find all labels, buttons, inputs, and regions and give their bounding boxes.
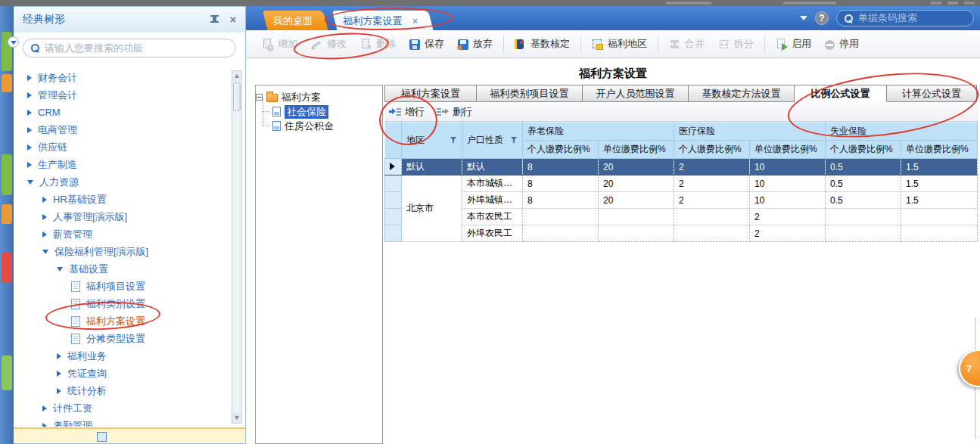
barcode-search-input[interactable]: 单据条码搜索	[836, 10, 974, 26]
dock-item-fragment[interactable]	[2, 74, 12, 92]
table-row[interactable]: 外埠城镇… 8 20 2 10 0.5 1.5	[385, 192, 978, 209]
page-title: 福利方案设置	[246, 67, 980, 81]
tab-calc-formula[interactable]: 计算公式设置	[887, 85, 977, 102]
base-verify-icon	[515, 39, 526, 50]
tree-item-manufacturing[interactable]: 生产制造	[14, 156, 229, 173]
enable-icon	[776, 39, 787, 50]
merge-button[interactable]: 合并	[662, 34, 711, 54]
tree-item-salary[interactable]: 薪资管理	[14, 225, 229, 243]
help-icon[interactable]: ?	[815, 11, 829, 25]
tree-item-supply-chain[interactable]: 供应链	[14, 138, 229, 156]
chevron-right-icon	[42, 405, 47, 411]
add-row-button[interactable]: 增行	[389, 105, 425, 119]
modify-button[interactable]: 修改	[304, 34, 353, 54]
discard-button[interactable]: 放弃	[451, 34, 499, 54]
tab-welfare-plan-setup[interactable]: 福利方案设置	[384, 85, 477, 102]
tab-list-dropdown-icon[interactable]	[800, 16, 807, 20]
document-icon	[71, 299, 80, 309]
sidebar-search-input[interactable]: 请输入您要搜索的功能	[23, 39, 236, 57]
scrollbar-thumb[interactable]	[233, 82, 241, 111]
tab-welfare-category-items[interactable]: 福利类别项目设置	[477, 85, 583, 102]
folder-icon	[266, 94, 278, 102]
sidebar-title: 经典树形	[23, 13, 209, 26]
detail-tabs: 福利方案设置 福利类别项目设置 开户人员范围设置 基数核定方法设置 比例公式设置…	[384, 85, 978, 102]
tab-my-desktop[interactable]: 我的桌面	[263, 11, 329, 30]
table-row[interactable]: 默认 默认 8 20 2 10 0.5 1.5	[385, 159, 978, 175]
delete-button[interactable]: 删除	[353, 34, 403, 54]
tree-item-base-settings[interactable]: 基础设置	[14, 260, 229, 278]
tree-item-personnel[interactable]: 人事管理[演示版]	[14, 208, 229, 225]
tab-close-icon[interactable]: ×	[412, 16, 418, 26]
tree-item-ecommerce[interactable]: 电商管理	[14, 121, 229, 138]
tree-item-crm[interactable]: CRM	[14, 104, 229, 121]
tree-item-insurance-welfare[interactable]: 保险福利管理[演示版]	[14, 243, 229, 260]
split-icon	[718, 39, 730, 50]
sidebar-close-icon[interactable]: ×	[230, 14, 236, 25]
search-placeholder: 请输入您要搜索的功能	[45, 42, 143, 55]
tab-welfare-plan-setting[interactable]: 福利方案设置 ×	[332, 11, 434, 30]
tree-item-welfare-item-setting[interactable]: 福利项目设置	[14, 278, 229, 295]
grid-toolbar: 增行 删行	[384, 102, 978, 122]
tree-item-attendance[interactable]: 考勤管理	[14, 417, 229, 427]
dock-item-fragment[interactable]	[2, 356, 12, 390]
chevron-right-icon	[27, 162, 32, 168]
row-selector[interactable]	[385, 175, 402, 192]
tree-item-welfare-business[interactable]: 福利业务	[14, 347, 229, 365]
tree-item-finance[interactable]: 财务会计	[14, 69, 229, 86]
merge-icon	[669, 39, 680, 50]
delete-row-button[interactable]: 删行	[437, 105, 472, 119]
tree-item-mgmt-accounting[interactable]: 管理会计	[14, 86, 229, 104]
tree-item-piece-wage[interactable]: 计件工资	[14, 399, 229, 417]
row-selector[interactable]	[385, 192, 402, 209]
save-button[interactable]: 保存	[403, 34, 451, 54]
scroll-down-icon[interactable]	[232, 413, 241, 423]
scheme-item-housing-fund[interactable]: 住房公积金	[256, 119, 382, 133]
tab-base-verify-method[interactable]: 基数核定方法设置	[689, 85, 795, 102]
scheme-item-social-insurance[interactable]: 社会保险	[256, 104, 382, 119]
filter-icon[interactable]	[450, 137, 457, 144]
row-selector[interactable]	[385, 209, 402, 225]
scheme-root[interactable]: 福利方案	[256, 90, 382, 104]
tree-item-voucher-query[interactable]: 凭证查询	[14, 365, 229, 382]
tree-item-welfare-category-setting[interactable]: 福利类别设置	[14, 295, 229, 312]
tree-item-statistics[interactable]: 统计分析	[14, 382, 229, 399]
chevron-right-icon	[57, 353, 61, 359]
filter-icon[interactable]	[511, 137, 518, 144]
tree-item-welfare-plan-setting[interactable]: 福利方案设置	[14, 312, 229, 330]
hukou-column-header[interactable]: 户口性质	[462, 123, 523, 159]
chevron-right-icon	[42, 423, 47, 427]
table-row[interactable]: 本市农民工 2	[385, 209, 978, 225]
tree-item-apportion-type-setting[interactable]: 分摊类型设置	[14, 330, 229, 347]
tree-scrollbar[interactable]	[232, 70, 242, 424]
chevron-down-icon	[27, 180, 33, 185]
collapse-box-icon[interactable]	[256, 94, 263, 101]
welfare-region-button[interactable]: 福利地区	[585, 34, 654, 54]
table-row[interactable]: 外埠农民工 2	[385, 225, 978, 242]
dock-collapse-toggle[interactable]	[8, 36, 19, 48]
table-row[interactable]: 北京市 本市城镇… 8 20 2 10 0.5 1.5	[385, 175, 978, 192]
unemployment-group-header: 失业保险	[826, 123, 978, 141]
dock-item-fragment[interactable]	[2, 154, 12, 195]
tab-ratio-formula[interactable]: 比例公式设置	[795, 85, 887, 102]
base-verify-button[interactable]: 基数核定	[508, 34, 577, 54]
tab-account-personnel-range[interactable]: 开户人员范围设置	[583, 85, 689, 102]
scroll-up-icon[interactable]	[232, 71, 241, 81]
region-column-header[interactable]: 地区	[402, 123, 462, 159]
scheme-tree-panel: 福利方案 社会保险 住房公积金	[255, 85, 383, 444]
pin-icon[interactable]	[209, 14, 219, 25]
tree-item-hr-base[interactable]: HR基础设置	[14, 191, 229, 208]
split-button[interactable]: 拆分	[711, 34, 761, 54]
left-dock-strip	[0, 6, 14, 444]
add-button[interactable]: 增加	[255, 34, 304, 54]
tree-item-hr[interactable]: 人力资源	[14, 173, 229, 191]
disable-button[interactable]: 停用	[818, 34, 866, 54]
dock-item-fragment[interactable]	[2, 253, 12, 283]
minimize-button-fragment	[931, 2, 941, 5]
row-selector[interactable]	[385, 225, 402, 242]
toolbar-separator	[658, 36, 658, 52]
company-ratio-header: 单位缴费比例%	[750, 141, 826, 159]
dock-item-fragment[interactable]	[2, 204, 12, 224]
row-selector[interactable]	[385, 159, 402, 175]
enable-button[interactable]: 启用	[769, 34, 818, 54]
window-tab-band: 我的桌面 福利方案设置 × ? 单据条码搜索	[246, 6, 980, 30]
